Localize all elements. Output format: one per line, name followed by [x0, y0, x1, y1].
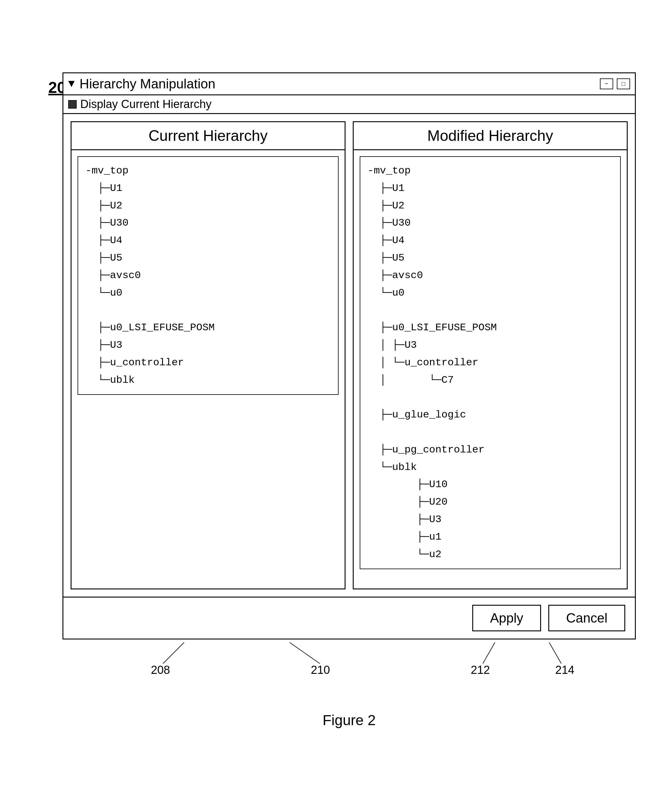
apply-button[interactable]: Apply [472, 605, 541, 631]
display-checkbox[interactable] [68, 100, 76, 108]
annot-210-below: 210 [311, 664, 330, 676]
annot-212: 212 [471, 664, 490, 676]
figure-caption: Figure 2 [24, 712, 650, 728]
svg-line-8 [549, 643, 561, 664]
current-hierarchy-tree[interactable]: -mv_top ├─U1 ├─U2 ├─U30 ├─U4 ├─U5 ├─avsc… [78, 156, 339, 395]
modified-hierarchy-header: Modified Hierarchy [354, 122, 627, 150]
svg-line-5 [163, 643, 184, 664]
dropdown-arrow-icon[interactable]: ▼ [68, 78, 75, 90]
modified-hierarchy-panel: Modified Hierarchy -mv_top ├─U1 ├─U2 ├─U… [353, 121, 628, 589]
minimize-button[interactable]: − [600, 78, 613, 89]
svg-line-6 [290, 643, 320, 664]
title-bar: ▼ Hierarchy Manipulation − □ [63, 73, 635, 95]
content-area: Current Hierarchy -mv_top ├─U1 ├─U2 ├─U3… [63, 114, 635, 597]
annot-214: 214 [555, 664, 574, 676]
main-window: ▼ Hierarchy Manipulation − □ Display Cur… [63, 72, 636, 640]
window-title: Hierarchy Manipulation [80, 76, 595, 92]
footer: Apply Cancel [63, 597, 635, 638]
menu-bar: Display Current Hierarchy [63, 95, 635, 114]
current-hierarchy-panel: Current Hierarchy -mv_top ├─U1 ├─U2 ├─U3… [70, 121, 346, 589]
cancel-button[interactable]: Cancel [548, 605, 625, 631]
modified-hierarchy-tree[interactable]: -mv_top ├─U1 ├─U2 ├─U30 ├─U4 ├─U5 ├─avsc… [360, 156, 621, 569]
svg-line-7 [483, 643, 495, 664]
modified-hierarchy-body: -mv_top ├─U1 ├─U2 ├─U30 ├─U4 ├─U5 ├─avsc… [354, 150, 627, 589]
maximize-button[interactable]: □ [617, 78, 630, 89]
window-controls: − □ [600, 78, 630, 89]
annot-208-below: 208 [151, 664, 170, 676]
current-hierarchy-body: -mv_top ├─U1 ├─U2 ├─U30 ├─U4 ├─U5 ├─avsc… [72, 150, 345, 589]
bottom-annotation-lines [48, 640, 622, 688]
current-hierarchy-header: Current Hierarchy [72, 122, 345, 150]
display-menu-label[interactable]: Display Current Hierarchy [80, 98, 211, 111]
